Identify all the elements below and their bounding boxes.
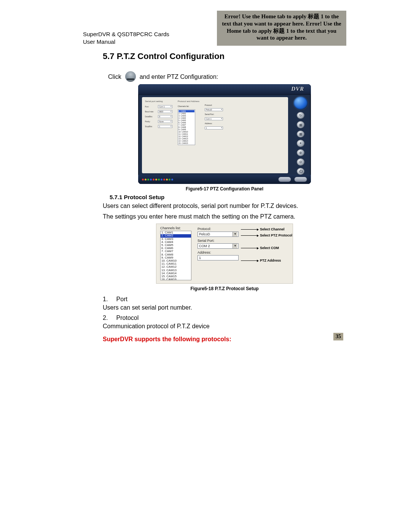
list-item[interactable]: 16. CAM16 (161, 278, 191, 280)
parity-dropdown[interactable]: None (158, 120, 172, 123)
chlist-label: Channels list: (160, 226, 193, 230)
led-icon (171, 179, 173, 181)
ptz-joystick-icon[interactable] (293, 96, 308, 110)
led-icon (158, 179, 160, 181)
dvr-side-controls: ↻ ▦ ▦ ✶ ⊕ ⊖ ⏻ (290, 95, 311, 175)
protocol-dropdown[interactable]: PelcoD (205, 108, 223, 111)
fig1-channel-list[interactable]: 1. CAM1 2. CAM2 3. CAM3 4. CAM4 5. CAM5 … (178, 109, 195, 145)
address-label: Address: (198, 251, 289, 254)
dvr-footer (138, 175, 311, 184)
led-icon (163, 179, 165, 181)
ptz-icon (125, 71, 136, 82)
baud-dropdown[interactable]: 9600 (158, 110, 172, 113)
arrow-line (241, 235, 258, 236)
dvr-logo: DVR (291, 86, 304, 92)
fig2-channel-list[interactable]: 1. CAM1 2. CAM2 3. CAM3 4. CAM4 5. CAM5 … (160, 231, 191, 280)
figure1-caption: Figure5-17 PTZ Configuration Panel (186, 186, 263, 192)
led-icon (153, 179, 155, 181)
footer-button[interactable] (278, 177, 291, 182)
led-icon (166, 179, 168, 181)
figure-5-18: Channels list: 1. CAM1 2. CAM2 3. CAM3 4… (103, 224, 346, 291)
protocol-column: Protocol: PelcoD Serial Port: Com 1 Addr… (205, 100, 223, 170)
serialport-label: Serial Port: (198, 239, 289, 243)
definition-list: 1. Port Users can set serial port number… (103, 295, 346, 330)
click-instruction: Click and enter PTZ Configuration: (108, 70, 346, 80)
annot-select-channel: Select Channel (260, 227, 285, 231)
subsection-heading: 5.7.1 Protocol Setup (110, 194, 346, 200)
footer-button[interactable] (294, 177, 307, 182)
serialport-combo[interactable]: COM 2 (198, 243, 239, 249)
databits-dropdown[interactable]: 8 (158, 115, 172, 118)
dvr-titlebar: DVR (138, 84, 311, 95)
list-item[interactable]: 15. CAM15 (178, 142, 194, 144)
stopbits-label: StopBits: (145, 125, 156, 128)
ptz-config-panel: DVR Serial port setting Port:Com 1 Baud … (138, 84, 311, 184)
page-number: 35 (333, 333, 343, 340)
annot-select-com: Select COM (260, 246, 279, 250)
led-icon (147, 179, 149, 181)
item2-desc: Communication protocol of P.T.Z device (103, 322, 346, 331)
led-icon (142, 179, 144, 181)
figure-5-17: DVR Serial port setting Port:Com 1 Baud … (103, 84, 346, 192)
item2-title: Protocol (116, 315, 139, 321)
item2-num: 2. (103, 315, 108, 321)
supported-protocols-note: SuperDVR supports the following protocol… (103, 336, 346, 343)
serial-port-settings: Serial port setting Port:Com 1 Baud rate… (145, 100, 172, 170)
ptz-form-area: Serial port setting Port:Com 1 Baud rate… (142, 97, 288, 173)
side-button[interactable]: ▦ (297, 121, 304, 128)
serialport-dropdown[interactable]: Com 1 (205, 117, 223, 120)
address-input[interactable]: 1 (198, 255, 239, 260)
doc-title-line2: User Manual (83, 38, 169, 46)
annot-ptz-address: PTZ Address (260, 259, 281, 262)
address-input[interactable]: 1 (205, 126, 223, 129)
port-label: Port: (145, 105, 156, 108)
figure2-caption: Figure5-18 P.T.Z Protocol Setup (190, 286, 258, 291)
protocol-section-title: Protocol and Address (178, 100, 199, 102)
led-icon (169, 179, 170, 181)
stopbits-dropdown[interactable]: 1 (158, 125, 172, 128)
protocol-setup-panel: Channels list: 1. CAM1 2. CAM2 3. CAM3 4… (156, 224, 293, 284)
arrow-line (241, 229, 258, 230)
page-content: 5.7 P.T.Z Control Configuration Click an… (103, 51, 346, 343)
click-suffix-text: and enter PTZ Configuration: (140, 73, 218, 80)
address-label: Address: (205, 122, 223, 125)
databits-label: DataBits: (145, 115, 156, 118)
serialport-label: Serial Port: (205, 113, 223, 115)
item1-title: Port (116, 296, 127, 302)
doc-title-line1: SuperDVR & QSDT8PCRC Cards (83, 30, 169, 38)
led-icon (155, 179, 157, 181)
channel-column: Channels list: 1. CAM1 2. CAM2 3. CAM3 4… (160, 226, 193, 280)
led-icon (145, 179, 147, 181)
paragraph: Users can select different protocols, se… (103, 202, 346, 210)
side-button[interactable]: ✶ (297, 140, 304, 147)
section-heading: 5.7 P.T.Z Control Configuration (103, 51, 346, 61)
item1-num: 1. (103, 296, 108, 302)
arrow-line (241, 260, 258, 261)
header-error-banner: Error! Use the Home tab to apply 标题 1 to… (217, 11, 346, 46)
side-button[interactable]: ↻ (297, 112, 304, 119)
serial-section-title: Serial port setting (145, 100, 172, 102)
chlist-label: Channels list: (178, 105, 199, 107)
side-button[interactable]: ⊕ (297, 149, 304, 156)
port-dropdown[interactable]: Com 1 (158, 105, 172, 108)
parity-label: Parity: (145, 120, 156, 123)
paragraph: The settings you enter here must match t… (103, 212, 346, 221)
click-prefix-text: Click (108, 73, 121, 80)
side-button[interactable]: ▦ (297, 131, 304, 137)
led-icon (161, 179, 162, 181)
side-button[interactable]: ⊖ (297, 158, 304, 165)
side-button[interactable]: ⏻ (297, 168, 304, 175)
protocol-combo[interactable]: PelcoD (198, 232, 239, 237)
baud-label: Baud rate: (145, 110, 156, 113)
document-header: SuperDVR & QSDT8PCRC Cards User Manual (83, 30, 169, 46)
item1-desc: Users can set serial port number. (103, 304, 346, 312)
annot-select-protocol: Select PTZ Protocol (260, 233, 292, 237)
channel-list-column: Protocol and Address Channels list: 1. C… (178, 100, 199, 170)
arrow-line (241, 248, 258, 248)
protocol-label: Protocol: (205, 104, 223, 106)
led-icon (150, 179, 152, 181)
